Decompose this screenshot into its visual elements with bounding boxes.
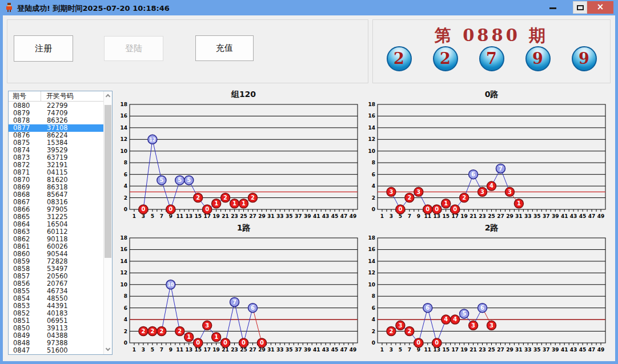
svg-text:3: 3 bbox=[142, 347, 145, 353]
svg-text:19: 19 bbox=[460, 347, 468, 353]
lottery-ball: 9 bbox=[572, 46, 597, 71]
svg-text:16: 16 bbox=[120, 113, 127, 119]
svg-text:2: 2 bbox=[159, 328, 163, 334]
chart-lu1: 1路 0246810121416181357911131517192123252… bbox=[115, 222, 364, 357]
svg-text:47: 47 bbox=[340, 213, 348, 219]
svg-text:6: 6 bbox=[471, 171, 475, 177]
svg-text:33: 33 bbox=[276, 213, 284, 219]
svg-text:29: 29 bbox=[258, 213, 266, 219]
svg-text:2: 2 bbox=[178, 328, 182, 334]
svg-text:39: 39 bbox=[552, 347, 559, 353]
svg-text:4: 4 bbox=[372, 317, 375, 322]
history-list[interactable]: 期号 开奖号码 08802279908797470908788632608773… bbox=[8, 91, 113, 355]
svg-text:19: 19 bbox=[212, 213, 220, 219]
svg-text:31: 31 bbox=[267, 347, 275, 353]
scroll-down-icon[interactable] bbox=[104, 345, 112, 354]
svg-text:4: 4 bbox=[124, 183, 127, 189]
maximize-button[interactable] bbox=[573, 1, 587, 14]
svg-text:5: 5 bbox=[178, 177, 182, 183]
svg-text:11: 11 bbox=[176, 347, 184, 353]
svg-text:43: 43 bbox=[322, 347, 330, 353]
svg-text:0: 0 bbox=[168, 206, 172, 212]
svg-text:1: 1 bbox=[380, 347, 384, 353]
svg-text:18: 18 bbox=[120, 102, 127, 107]
svg-text:3: 3 bbox=[389, 189, 393, 195]
current-draw-panel: 第 0880 期 2 2 7 9 9 bbox=[372, 19, 611, 83]
svg-text:17: 17 bbox=[451, 347, 459, 353]
svg-text:1: 1 bbox=[214, 200, 218, 207]
svg-text:4: 4 bbox=[124, 317, 127, 322]
svg-text:45: 45 bbox=[331, 347, 339, 353]
register-button[interactable]: 注册 bbox=[14, 35, 73, 62]
svg-text:0: 0 bbox=[426, 206, 430, 212]
svg-text:37: 37 bbox=[295, 213, 302, 219]
svg-text:43: 43 bbox=[570, 347, 577, 353]
svg-text:29: 29 bbox=[506, 347, 513, 353]
svg-text:2: 2 bbox=[407, 328, 411, 334]
svg-text:25: 25 bbox=[488, 347, 495, 353]
svg-text:21: 21 bbox=[469, 347, 477, 353]
svg-text:13: 13 bbox=[185, 213, 192, 219]
svg-text:0: 0 bbox=[205, 206, 209, 212]
svg-text:3: 3 bbox=[205, 322, 209, 329]
svg-text:8: 8 bbox=[124, 160, 127, 165]
svg-text:2: 2 bbox=[372, 329, 375, 334]
svg-text:7: 7 bbox=[160, 347, 163, 353]
svg-text:18: 18 bbox=[120, 235, 127, 241]
minimize-button[interactable] bbox=[545, 0, 561, 14]
client-area: 第 0880 期 2 2 7 9 9 注册 登陆 充值 期号 开奖号码 0880… bbox=[3, 15, 615, 361]
svg-text:6: 6 bbox=[426, 305, 430, 311]
svg-text:6: 6 bbox=[372, 172, 375, 177]
svg-text:0: 0 bbox=[435, 206, 439, 212]
svg-text:49: 49 bbox=[350, 347, 357, 353]
svg-text:6: 6 bbox=[251, 305, 255, 311]
svg-text:37: 37 bbox=[543, 213, 550, 219]
svg-text:0: 0 bbox=[223, 339, 227, 346]
lottery-ball: 9 bbox=[525, 46, 551, 71]
svg-text:23: 23 bbox=[479, 213, 486, 219]
svg-text:2: 2 bbox=[196, 195, 200, 201]
recharge-button[interactable]: 充值 bbox=[195, 35, 254, 61]
svg-text:0: 0 bbox=[196, 339, 200, 346]
svg-text:23: 23 bbox=[231, 347, 238, 353]
svg-text:1: 1 bbox=[232, 200, 236, 207]
svg-text:41: 41 bbox=[561, 213, 568, 219]
scrollbar-thumb[interactable] bbox=[105, 105, 111, 258]
svg-text:8: 8 bbox=[372, 160, 375, 165]
svg-text:9: 9 bbox=[417, 213, 420, 219]
svg-text:0: 0 bbox=[124, 340, 127, 346]
svg-text:0: 0 bbox=[453, 206, 457, 212]
svg-text:12: 12 bbox=[368, 270, 375, 276]
svg-text:39: 39 bbox=[304, 213, 311, 219]
svg-text:6: 6 bbox=[124, 172, 127, 177]
svg-text:18: 18 bbox=[368, 235, 375, 241]
maximize-icon bbox=[577, 5, 584, 10]
svg-text:4: 4 bbox=[444, 316, 448, 322]
svg-text:12: 12 bbox=[149, 137, 155, 143]
titlebar[interactable]: 登陆成功! 到期时间2025-07-20 10:18:46 × bbox=[0, 0, 618, 15]
svg-text:2: 2 bbox=[462, 195, 466, 201]
svg-text:21: 21 bbox=[469, 213, 477, 219]
svg-text:11: 11 bbox=[424, 347, 432, 353]
svg-text:7: 7 bbox=[232, 299, 236, 305]
scroll-up-icon[interactable] bbox=[104, 91, 112, 100]
svg-text:12: 12 bbox=[368, 136, 375, 142]
svg-text:5: 5 bbox=[151, 347, 154, 353]
svg-text:17: 17 bbox=[203, 347, 211, 353]
close-button[interactable]: × bbox=[587, 1, 613, 14]
list-item[interactable]: 084751600 bbox=[9, 347, 103, 354]
svg-text:37: 37 bbox=[295, 347, 302, 353]
svg-text:0: 0 bbox=[372, 340, 375, 346]
svg-text:5: 5 bbox=[187, 177, 191, 183]
history-scrollbar[interactable] bbox=[103, 91, 112, 354]
login-button[interactable]: 登陆 bbox=[104, 36, 163, 61]
svg-text:10: 10 bbox=[167, 282, 174, 288]
svg-text:45: 45 bbox=[331, 213, 339, 219]
svg-text:39: 39 bbox=[552, 213, 559, 219]
issue-cell: 0847 bbox=[9, 347, 41, 354]
svg-text:35: 35 bbox=[533, 213, 541, 219]
svg-text:1: 1 bbox=[187, 334, 191, 340]
svg-text:1: 1 bbox=[214, 334, 218, 340]
svg-text:2: 2 bbox=[407, 195, 411, 201]
svg-text:3: 3 bbox=[416, 189, 420, 195]
